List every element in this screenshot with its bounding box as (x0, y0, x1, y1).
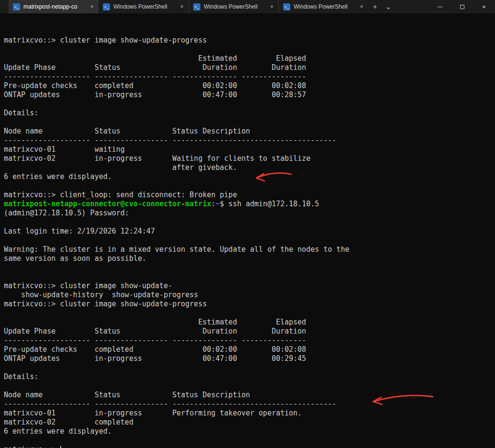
terminal-line: matrixcvo-02 completed (4, 418, 493, 427)
terminal-line: 6 entries were displayed. (4, 172, 493, 181)
terminal-line: Warning: The cluster is in a mixed versi… (4, 245, 493, 254)
tab-title: matrixpost-netapp-co (23, 3, 85, 10)
terminal-line: matrixcvo-01 in-progress Performing take… (4, 409, 493, 418)
terminal-line: Node name Status Status Description (4, 127, 493, 136)
terminal-line: matrixpost-netapp-connector@cvo-connecto… (4, 200, 493, 209)
terminal-line: after giveback. (4, 163, 493, 172)
tab-powershell-3[interactable]: >_ Windows PowerShell ✕ (278, 0, 368, 13)
terminal-line: Last login time: 2/19/2026 12:24:47 (4, 227, 493, 236)
terminal-line (4, 363, 493, 372)
terminal-line: -------------------- ----------------- -… (4, 400, 493, 409)
terminal-window: >_ matrixpost-netapp-co ✕ >_ Windows Pow… (0, 0, 495, 448)
terminal-line (4, 272, 493, 281)
terminal-line (4, 218, 493, 227)
terminal-line (4, 100, 493, 109)
terminal-output: matrixcvo::> cluster image show-update-p… (4, 36, 493, 448)
title-bar[interactable]: >_ matrixpost-netapp-co ✕ >_ Windows Pow… (0, 0, 495, 13)
terminal-line: show-update-history show-update-progress (4, 291, 493, 300)
titlebar-drag-region[interactable] (395, 0, 429, 13)
close-button[interactable]: ✕ (473, 0, 495, 13)
tab-close-icon[interactable]: ✕ (178, 3, 186, 10)
terminal-line: ONTAP updates in-progress 00:47:00 00:29… (4, 354, 493, 363)
terminal-line: Estimated Elapsed (4, 54, 493, 63)
terminal-line: matrixcvo::> (4, 445, 493, 448)
terminal-cursor (60, 446, 61, 448)
tab-close-icon[interactable]: ✕ (358, 3, 365, 10)
powershell-icon: >_ (283, 3, 290, 11)
tab-close-icon[interactable]: ✕ (268, 3, 275, 10)
tab-dropdown-button[interactable]: ⌄ (382, 0, 395, 13)
new-tab-button[interactable]: + (368, 0, 382, 13)
tab-bar: >_ matrixpost-netapp-co ✕ >_ Windows Pow… (0, 0, 368, 13)
terminal-line: Pre-update checks completed 00:02:00 00:… (4, 81, 493, 90)
maximize-icon (460, 5, 464, 9)
terminal-line: 6 entries were displayed. (4, 427, 493, 436)
terminal-line: -------------------- ----------------- -… (4, 136, 493, 145)
minimize-icon (438, 7, 442, 7)
terminal[interactable]: matrixcvo::> cluster image show-update-p… (0, 13, 495, 448)
terminal-line: Update Phase Status Duration Duration (4, 327, 493, 336)
terminal-line (4, 181, 493, 190)
terminal-line: Details: (4, 372, 493, 381)
terminal-line: matrixcvo::> client_loop: send disconnec… (4, 190, 493, 200)
terminal-line: ONTAP updates in-progress 00:47:00 00:28… (4, 90, 493, 100)
terminal-line: Node name Status Status Description (4, 391, 493, 400)
tab-title: Windows PowerShell (294, 3, 354, 10)
terminal-line: matrixcvo-02 in-progress Waiting for cli… (4, 154, 493, 163)
terminal-line: matrixcvo-01 waiting (4, 145, 493, 154)
terminal-line: matrixcvo::> cluster image show-update- (4, 281, 493, 291)
tab-close-icon[interactable]: ✕ (88, 3, 96, 10)
powershell-icon: >_ (103, 3, 110, 11)
terminal-line: same version as soon as possible. (4, 254, 493, 263)
terminal-line (4, 436, 493, 445)
terminal-line: (admin@172.18.10.5) Password: (4, 209, 493, 218)
tab-ssh-session[interactable]: >_ matrixpost-netapp-co ✕ (9, 0, 99, 13)
tab-powershell-2[interactable]: >_ Windows PowerShell ✕ (188, 0, 278, 13)
powershell-icon: >_ (13, 3, 20, 11)
terminal-line: matrixcvo::> cluster image show-update-p… (4, 36, 493, 45)
tab-extras: + ⌄ (368, 0, 395, 13)
tab-title: Windows PowerShell (204, 3, 264, 10)
terminal-line: Estimated Elapsed (4, 318, 493, 327)
terminal-line (4, 45, 493, 54)
powershell-icon: >_ (193, 3, 200, 11)
terminal-line: Pre-update checks completed 00:02:00 00:… (4, 345, 493, 354)
terminal-line (4, 118, 493, 127)
terminal-line: -------------------- ----------------- -… (4, 336, 493, 345)
terminal-line: Details: (4, 109, 493, 118)
tab-title: Windows PowerShell (113, 3, 175, 10)
terminal-line (4, 309, 493, 318)
minimize-button[interactable] (429, 0, 451, 13)
terminal-line (4, 263, 493, 272)
terminal-line: -------------------- ----------------- -… (4, 72, 493, 81)
tab-powershell-1[interactable]: >_ Windows PowerShell ✕ (99, 0, 188, 13)
maximize-button[interactable] (451, 0, 473, 13)
terminal-line: matrixcvo::> cluster image show-update-p… (4, 300, 493, 309)
terminal-line (4, 236, 493, 245)
window-controls: ✕ (429, 0, 495, 13)
terminal-line: Update Phase Status Duration Duration (4, 63, 493, 72)
terminal-line (4, 381, 493, 391)
